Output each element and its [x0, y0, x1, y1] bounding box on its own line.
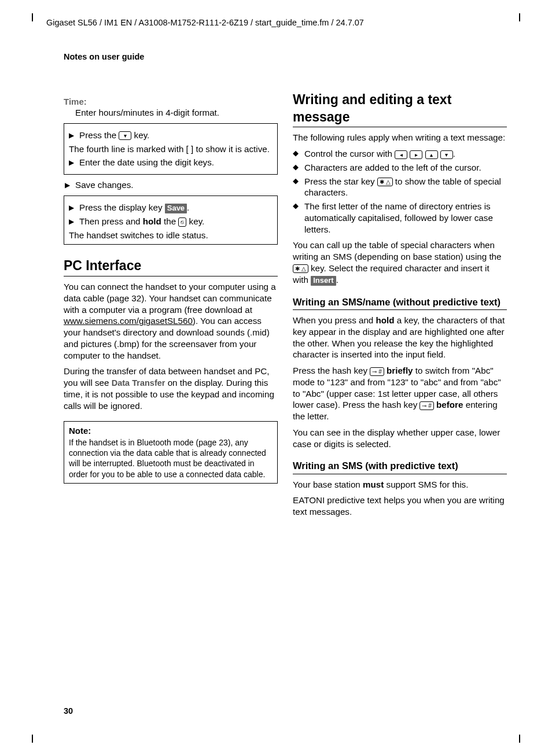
step-text: Enter the date using the digit keys. [79, 157, 214, 168]
rule-left-cursor: Characters are added to the left of the … [293, 162, 507, 174]
step-text: Press the ▾ key. [79, 130, 149, 141]
sms-no-predictive-p1: When you press and hold a key, the chara… [293, 315, 507, 360]
text-fragment: Press the display key [79, 202, 165, 212]
pc-paragraph-2: During the transfer of data between hand… [64, 366, 278, 411]
insert-softkey: Insert [311, 276, 336, 286]
data-transfer-label: Data Transfer [112, 378, 165, 388]
hangup-key-icon: ⎋ [178, 217, 186, 227]
note-body: If the handset is in Bluetooth mode (pag… [69, 438, 266, 479]
time-heading: Time: [64, 96, 278, 108]
idle-status-note: The handset switches to idle status. [69, 230, 273, 241]
hash-key-icon: ⊸ # [419, 401, 433, 410]
hash-key-icon: ⊸ # [370, 367, 384, 376]
text-fragment: Then press and [79, 216, 143, 226]
time-description: Enter hours/minutes in 4-digit format. [75, 107, 278, 119]
rules-list: Control the cursor with ◂ ▸ ▴ ▾. Charact… [293, 148, 507, 235]
text-fragment: key. [186, 216, 204, 226]
text-fragment: . [453, 149, 455, 158]
left-key-icon: ◂ [395, 150, 407, 159]
bold-text: must [363, 480, 384, 489]
step-enter-date: ▶ Enter the date using the digit keys. [69, 157, 273, 168]
left-column: Time: Enter hours/minutes in 4-digit for… [64, 91, 278, 522]
arrow-icon: ▶ [69, 158, 76, 168]
text-fragment: Press the hash key [293, 366, 370, 375]
text-fragment: Your base station [293, 480, 363, 489]
text-fragment: the [161, 216, 179, 226]
arrow-icon: ▶ [69, 217, 76, 227]
step-press-down: ▶ Press the ▾ key. [69, 130, 273, 141]
pc-interface-heading: PC Interface [64, 257, 278, 276]
step-text: Press the display key Save. [79, 202, 189, 213]
rules-intro: The following rules apply when writing a… [293, 132, 507, 143]
text-fragment: . [336, 275, 338, 285]
rule-cursor: Control the cursor with ◂ ▸ ▴ ▾. [293, 148, 507, 160]
right-key-icon: ▸ [410, 150, 422, 159]
note-heading: Note: [69, 425, 273, 437]
sms-no-predictive-p2: Press the hash key ⊸ # briefly to switch… [293, 365, 507, 422]
section-label: Notes on user guide [64, 51, 511, 62]
text-fragment: support SMS for this. [384, 480, 468, 489]
text-fragment: Control the cursor with [304, 149, 395, 158]
pc-paragraph-1: You can connect the handset to your comp… [64, 281, 278, 361]
document-page: Gigaset SL56 / IM1 EN / A31008-M1752-R11… [0, 0, 552, 756]
step-text: Save changes. [75, 179, 133, 191]
bold-text: briefly [387, 366, 413, 375]
up-key-icon: ▴ [425, 150, 438, 159]
note-box: Note: If the handset is in Bluetooth mod… [64, 421, 278, 484]
bold-text: hold [143, 216, 161, 226]
text-fragment: Press the [79, 130, 119, 140]
right-column: Writing and editing a text message The f… [293, 91, 507, 522]
text-fragment: key. [131, 130, 149, 140]
down-key-icon: ▾ [440, 150, 453, 159]
sms-no-predictive-p3: You can see in the display whether upper… [293, 427, 507, 450]
sms-predictive-p2: EATONI predictive text helps you when yo… [293, 495, 507, 518]
page-number: 30 [64, 706, 73, 717]
save-softkey: Save [165, 204, 187, 213]
rule-capitalise: The first letter of the name of director… [293, 201, 507, 235]
text-fragment: You can call up the table of special cha… [293, 240, 502, 261]
save-box: ▶ Press the display key Save. ▶ Then pre… [64, 196, 278, 245]
rule-star-key: Press the star key ✱ △ to show the table… [293, 176, 507, 199]
star-key-icon: ✱ △ [377, 178, 393, 186]
text-fragment: . [187, 202, 189, 212]
content-columns: Time: Enter hours/minutes in 4-digit for… [64, 91, 511, 522]
down-key-icon: ▾ [119, 131, 131, 140]
sms-predictive-p1: Your base station must support SMS for t… [293, 479, 507, 491]
date-entry-box: ▶ Press the ▾ key. The fourth line is ma… [64, 123, 278, 175]
text-fragment: You can connect the handset to your comp… [64, 282, 276, 315]
sms-no-predictive-heading: Writing an SMS/name (without predictive … [293, 296, 507, 310]
special-chars-para: You can call up the table of special cha… [293, 239, 507, 285]
step-press-save: ▶ Press the display key Save. [69, 202, 273, 213]
writing-heading: Writing and editing a text message [293, 91, 507, 128]
star-key-icon: ✱ △ [293, 264, 308, 273]
step-save-changes: ▶ Save changes. [65, 179, 278, 191]
text-fragment: When you press and [293, 315, 376, 325]
text-fragment: Press the star key [304, 176, 377, 186]
arrow-icon: ▶ [69, 131, 76, 141]
sms-predictive-heading: Writing an SMS (with predictive text) [293, 460, 507, 474]
step-text: Then press and hold the ⎋ key. [79, 216, 204, 227]
arrow-icon: ▶ [69, 204, 76, 213]
siemens-link: www.siemens.com/gigasetSL560 [64, 316, 193, 326]
arrow-icon: ▶ [65, 181, 72, 190]
header-path: Gigaset SL56 / IM1 EN / A31008-M1752-R11… [46, 17, 511, 28]
active-line-note: The fourth line is marked with [ ] to sh… [69, 143, 273, 155]
bold-text: before [436, 400, 463, 410]
step-hold-hangup: ▶ Then press and hold the ⎋ key. [69, 216, 273, 227]
bold-text: hold [376, 315, 395, 325]
